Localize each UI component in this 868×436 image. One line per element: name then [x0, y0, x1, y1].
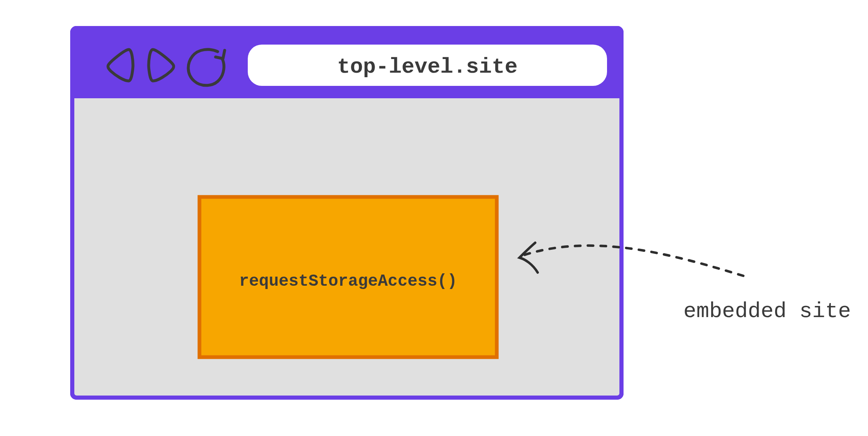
embedded-iframe: requestStorageAccess() — [199, 197, 497, 357]
url-text: top-level.site — [337, 55, 518, 79]
annotation-label: embedded site — [683, 299, 851, 324]
diagram-canvas: top-level.site requestStorageAccess() em… — [0, 0, 868, 436]
browser-window: top-level.site requestStorageAccess() — [72, 28, 621, 398]
url-bar: top-level.site — [248, 45, 607, 86]
iframe-code-label: requestStorageAccess() — [239, 272, 457, 291]
